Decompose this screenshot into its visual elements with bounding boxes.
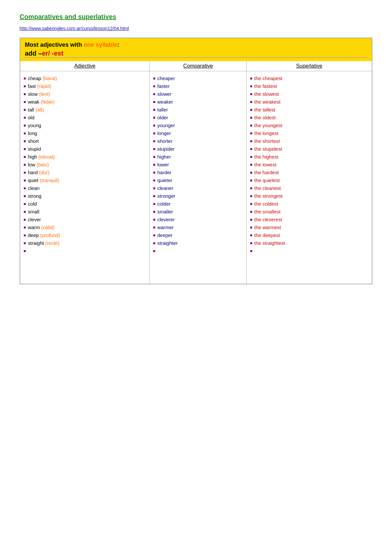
comparative-text: harder [157,169,171,176]
list-item: ■the tallest [250,106,368,113]
bullet-icon: ■ [250,131,252,136]
bullet-icon: ■ [153,146,155,152]
bullet-icon: ■ [153,115,155,121]
add-label: add –er/ -est [25,50,367,57]
bullet-icon: ■ [250,154,252,160]
bullet-icon: ■ [250,123,252,128]
comparative-text: younger [157,122,175,129]
list-item: ■quieter [153,177,243,184]
list-item: ■the deepest [250,232,368,239]
list-item: ■strong [24,193,146,199]
bullet-icon: ■ [250,233,252,238]
list-item: ■the strongest [250,193,368,199]
bullet-icon: ■ [24,154,26,160]
comparative-text: higher [157,153,171,160]
bullet-icon: ■ [250,162,252,168]
comparative-text: cleverer [157,216,174,223]
comparative-text: faster [157,83,170,90]
list-item: ■cheaper [153,75,243,82]
bullet-icon: ■ [24,248,26,254]
col-header-superlative: Superlative [247,61,372,71]
list-item: ■younger [153,122,243,129]
comparative-text: taller [157,106,168,113]
list-item: ■the warmest [250,224,368,231]
bullet-icon: ■ [250,193,252,199]
bullet-icon: ■ [153,170,155,176]
list-item: ■the fastest [250,83,368,90]
bullet-icon: ■ [153,131,155,136]
bullet-icon: ■ [153,154,155,160]
bullet-icon: ■ [153,225,155,230]
comparative-text: longer [157,130,171,137]
adjective-text: clean [28,185,40,192]
bullet-icon: ■ [250,139,252,144]
adjective-text: straight (recte) [28,240,59,246]
comparative-text: cheaper [157,75,175,82]
catalan-text: (profund) [40,232,60,238]
list-item: ■the oldest [250,114,368,121]
superlative-text: the cheapest [254,75,283,82]
bullet-icon: ■ [250,92,252,97]
bullet-icon: ■ [24,170,26,176]
bullet-icon: ■ [153,99,155,105]
adjective-text: cold [28,200,37,207]
adjective-text: cheap (barat) [28,75,57,82]
comparative-text: smaller [157,208,173,215]
list-item: ■higher [153,153,243,160]
superlative-text: the weakest [254,98,281,105]
bullet-icon: ■ [24,115,26,121]
bullet-icon: ■ [24,178,26,183]
catalan-text: (dur) [39,170,49,175]
catalan-text: (barat) [42,76,57,81]
adjective-text: quiet (tranquil) [28,177,59,184]
list-item: ■stupid [24,145,146,152]
superlative-column: ■the cheapest■the fastest■the slowest■th… [247,71,372,284]
catalan-text: (feble) [41,99,55,105]
list-item: ■the slowest [250,91,368,97]
catalan-text: (alt) [36,107,44,112]
url-link[interactable]: http://www.saberingles.com.ar/curso/less… [20,26,372,31]
superlative-text: the highest [254,153,278,160]
bullet-icon: ■ [153,178,155,183]
bullet-icon: ■ [153,241,155,246]
list-item: ■longer [153,130,243,137]
bullet-icon: ■ [153,162,155,168]
superlative-text: the smallest [254,208,281,215]
bullet-icon: ■ [24,225,26,230]
bullet-icon: ■ [24,131,26,136]
bullet-icon: ■ [250,115,252,121]
list-item: ■slow (lent) [24,91,146,97]
bullet-icon: ■ [250,99,252,105]
col-header-comparative: Comparative [150,61,247,71]
list-item: ■straighter [153,240,243,246]
bullet-icon: ■ [153,107,155,113]
adjective-text: low (baix) [28,161,49,168]
bullet-icon: ■ [250,76,252,81]
list-item: ■the highest [250,153,368,160]
list-item: ■slower [153,91,243,97]
adjective-text: weak (feble) [28,98,55,105]
bullet-icon: ■ [250,209,252,215]
superlative-text: the coldest [254,200,278,207]
adjective-text: clever [28,216,41,223]
catalan-text: (recte) [45,240,59,246]
list-item: ■the coldest [250,200,368,207]
list-item: ■low (baix) [24,161,146,168]
catalan-text: (elevat) [39,154,55,160]
list-item: ■weaker [153,98,243,105]
list-item: ■the cheapest [250,75,368,82]
header-cell: Most adjectives with one syllable: add –… [20,38,372,61]
list-item: ■straight (recte) [24,240,146,246]
bullet-icon: ■ [153,139,155,144]
list-item: ■faster [153,83,243,90]
list-item: ■deep (profund) [24,232,146,239]
list-item: ■harder [153,169,243,176]
catalan-text: (càlid) [41,225,55,230]
adjective-text: tall (alt) [28,106,44,113]
bullet-icon: ■ [153,84,155,89]
superlative-text: the longest [254,130,278,137]
list-item: ■the shortest [250,138,368,144]
empty-list-item: ■ [250,247,368,254]
bullet-icon: ■ [24,241,26,246]
list-item: ■cleverer [153,216,243,223]
